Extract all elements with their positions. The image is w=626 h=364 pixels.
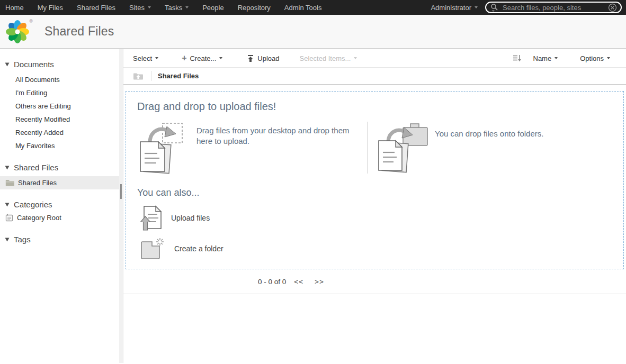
paginator-previous-button[interactable]: << xyxy=(294,278,303,286)
nav-repository-label: Repository xyxy=(238,4,271,12)
content-area: Documents All Documents I'm Editing Othe… xyxy=(0,49,626,363)
plus-icon: + xyxy=(182,53,186,63)
nav-tasks[interactable]: Tasks xyxy=(158,4,195,12)
search-icon[interactable] xyxy=(490,3,499,12)
nav-people-label: People xyxy=(202,4,223,12)
nav-shared-files-label: Shared Files xyxy=(77,4,115,12)
user-menu-administrator[interactable]: Administrator xyxy=(423,4,485,12)
nav-tasks-label: Tasks xyxy=(165,4,182,12)
chevron-down-icon xyxy=(354,57,357,59)
options-label: Options xyxy=(580,54,604,62)
folder-up-icon xyxy=(133,72,144,80)
selected-items-button[interactable]: Selected Items... xyxy=(300,54,357,62)
sidebar-section-documents: Documents All Documents I'm Editing Othe… xyxy=(0,58,119,152)
paginator-next-button[interactable]: >> xyxy=(315,278,324,286)
nav-home[interactable]: Home xyxy=(0,4,31,12)
drag-and-drop-zone: Drag and drop to upload files! Dra xyxy=(126,91,624,269)
breadcrumb: Shared Files xyxy=(123,68,626,85)
create-folder-link[interactable]: Create a folder xyxy=(174,244,223,253)
you-can-also-title: You can also... xyxy=(137,187,623,198)
alfresco-logo: ® xyxy=(4,19,33,45)
chevron-down-icon xyxy=(219,57,222,59)
chevron-down-icon xyxy=(155,57,158,59)
splitter-drag-handle[interactable] xyxy=(120,184,122,199)
folder-icon xyxy=(5,179,14,186)
select-button[interactable]: Select xyxy=(133,54,158,62)
sidebar-item-recently-modified[interactable]: Recently Modified xyxy=(0,113,119,126)
page-title: Shared Files xyxy=(44,24,114,39)
sidebar-section-categories: Categories Category Root xyxy=(0,198,119,224)
nav-admin-tools[interactable]: Admin Tools xyxy=(278,4,329,12)
sidebar-header-tags[interactable]: Tags xyxy=(0,233,119,246)
create-button[interactable]: + Create... xyxy=(182,53,222,63)
sort-descending-icon xyxy=(513,54,522,62)
create-label: Create... xyxy=(190,54,216,62)
category-icon xyxy=(5,214,13,222)
twister-icon xyxy=(5,166,10,169)
upload-button[interactable]: Upload xyxy=(247,54,279,62)
user-menu-label: Administrator xyxy=(431,4,471,12)
sort-field-label: Name xyxy=(533,54,552,62)
sidebar-item-recently-added[interactable]: Recently Added xyxy=(0,126,119,139)
upload-icon xyxy=(247,54,254,62)
twister-icon xyxy=(5,62,10,66)
folder-up-button[interactable] xyxy=(133,72,144,80)
sidebar-item-label: Shared Files xyxy=(18,179,57,187)
sort-field-button[interactable]: Name xyxy=(533,54,558,62)
drag-hint-text: Drag files from your desktop and drop th… xyxy=(196,125,362,175)
upload-files-action: Upload files xyxy=(140,205,623,231)
breadcrumb-current-folder: Shared Files xyxy=(158,72,199,80)
top-navigation-bar: Home My Files Shared Files Sites Tasks P… xyxy=(0,0,626,15)
folder-hint-text: You can drop files onto folders. xyxy=(435,129,543,175)
sidebar-item-im-editing[interactable]: I'm Editing xyxy=(0,86,119,99)
select-label: Select xyxy=(133,54,152,62)
global-search-box xyxy=(485,2,622,13)
page-header: ® Shared Files xyxy=(0,15,626,49)
dropzone-drag-column: Drag files from your desktop and drop th… xyxy=(137,122,367,175)
clear-search-icon[interactable] xyxy=(608,3,617,12)
paginator-range: 0 - 0 of 0 xyxy=(258,278,286,286)
twister-icon xyxy=(5,203,10,206)
upload-files-link[interactable]: Upload files xyxy=(171,214,210,222)
search-input[interactable] xyxy=(503,4,608,12)
sidebar: Documents All Documents I'm Editing Othe… xyxy=(0,49,119,363)
nav-sites[interactable]: Sites xyxy=(122,4,158,12)
nav-admin-tools-label: Admin Tools xyxy=(284,4,322,12)
sidebar-item-my-favorites[interactable]: My Favorites xyxy=(0,139,119,152)
chevron-down-icon xyxy=(148,6,151,8)
chevron-down-icon xyxy=(555,57,558,59)
sidebar-item-label: Category Root xyxy=(17,214,61,222)
sidebar-item-all-documents[interactable]: All Documents xyxy=(0,73,119,86)
sidebar-header-label: Shared Files xyxy=(14,163,58,172)
sidebar-header-label: Categories xyxy=(14,200,52,209)
alfresco-flower-icon xyxy=(5,20,30,44)
main-panel: Select + Create... Upload Selected Items… xyxy=(123,49,626,363)
sidebar-header-label: Documents xyxy=(14,60,54,69)
sidebar-header-documents[interactable]: Documents xyxy=(0,58,119,71)
sidebar-header-shared-files[interactable]: Shared Files xyxy=(0,161,119,174)
twister-icon xyxy=(5,238,10,241)
upload-label: Upload xyxy=(257,54,279,62)
chevron-down-icon xyxy=(475,6,478,8)
sidebar-item-shared-files-root[interactable]: Shared Files xyxy=(0,176,119,189)
sidebar-item-others-are-editing[interactable]: Others are Editing xyxy=(0,99,119,113)
breadcrumb-divider xyxy=(151,71,151,81)
paginator: 0 - 0 of 0 << >> xyxy=(123,269,626,294)
nav-shared-files[interactable]: Shared Files xyxy=(70,4,122,12)
sidebar-header-categories[interactable]: Categories xyxy=(0,198,119,211)
nav-sites-label: Sites xyxy=(129,4,145,12)
sidebar-item-category-root[interactable]: Category Root xyxy=(0,211,119,224)
sidebar-splitter xyxy=(119,49,123,363)
nav-home-label: Home xyxy=(5,4,24,12)
create-folder-icon xyxy=(140,238,165,260)
nav-my-files-label: My Files xyxy=(38,4,63,12)
options-button[interactable]: Options xyxy=(580,54,610,62)
sort-order-button[interactable] xyxy=(513,54,522,62)
nav-people[interactable]: People xyxy=(195,4,230,12)
nav-repository[interactable]: Repository xyxy=(231,4,278,12)
chevron-down-icon xyxy=(185,6,189,8)
sidebar-section-shared-files: Shared Files Shared Files xyxy=(0,161,119,189)
drop-onto-folder-illustration-icon xyxy=(377,122,430,175)
nav-my-files[interactable]: My Files xyxy=(31,4,70,12)
registered-trademark: ® xyxy=(29,19,33,24)
